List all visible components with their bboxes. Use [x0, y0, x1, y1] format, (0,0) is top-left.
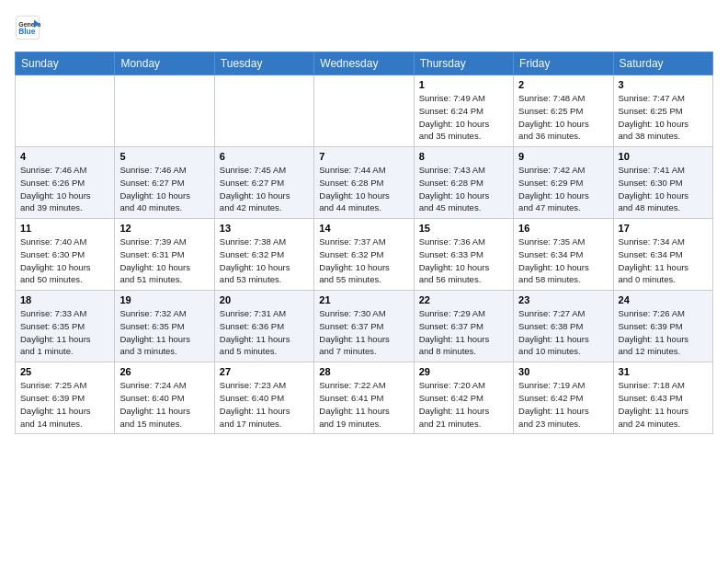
- day-info: Sunrise: 7:46 AM Sunset: 6:27 PM Dayligh…: [119, 164, 209, 214]
- day-info: Sunrise: 7:43 AM Sunset: 6:28 PM Dayligh…: [419, 164, 508, 214]
- day-number: 22: [419, 294, 508, 305]
- day-info: Sunrise: 7:27 AM Sunset: 6:38 PM Dayligh…: [518, 307, 608, 358]
- day-number: 25: [20, 366, 109, 377]
- day-number: 24: [619, 294, 708, 305]
- day-number: 10: [619, 151, 708, 162]
- calendar-cell: 1Sunrise: 7:49 AM Sunset: 6:24 PM Daylig…: [414, 75, 513, 147]
- calendar-cell: 26Sunrise: 7:24 AM Sunset: 6:40 PM Dayli…: [115, 362, 214, 434]
- day-info: Sunrise: 7:25 AM Sunset: 6:39 PM Dayligh…: [20, 379, 109, 430]
- calendar-cell: 7Sunrise: 7:44 AM Sunset: 6:28 PM Daylig…: [314, 147, 414, 219]
- day-info: Sunrise: 7:35 AM Sunset: 6:34 PM Dayligh…: [518, 236, 608, 286]
- calendar-cell: 3Sunrise: 7:47 AM Sunset: 6:25 PM Daylig…: [613, 75, 712, 147]
- calendar-cell: 22Sunrise: 7:29 AM Sunset: 6:37 PM Dayli…: [414, 291, 513, 362]
- day-number: 19: [119, 294, 209, 305]
- weekday-header-saturday: Saturday: [613, 52, 712, 75]
- day-info: Sunrise: 7:46 AM Sunset: 6:26 PM Dayligh…: [20, 164, 109, 214]
- day-info: Sunrise: 7:33 AM Sunset: 6:35 PM Dayligh…: [20, 307, 109, 358]
- day-number: 26: [119, 366, 209, 377]
- calendar-cell: 10Sunrise: 7:41 AM Sunset: 6:30 PM Dayli…: [613, 147, 712, 219]
- day-number: 11: [20, 223, 109, 234]
- calendar-week-1: 1Sunrise: 7:49 AM Sunset: 6:24 PM Daylig…: [16, 75, 713, 147]
- calendar-cell: [214, 75, 313, 147]
- calendar-cell: [16, 75, 115, 147]
- day-info: Sunrise: 7:38 AM Sunset: 6:32 PM Dayligh…: [220, 236, 309, 286]
- day-info: Sunrise: 7:48 AM Sunset: 6:25 PM Dayligh…: [518, 92, 608, 143]
- day-info: Sunrise: 7:22 AM Sunset: 6:41 PM Dayligh…: [319, 379, 408, 430]
- calendar-cell: 21Sunrise: 7:30 AM Sunset: 6:37 PM Dayli…: [314, 291, 414, 362]
- day-number: 5: [119, 151, 209, 162]
- calendar-cell: [314, 75, 414, 147]
- calendar-cell: 12Sunrise: 7:39 AM Sunset: 6:31 PM Dayli…: [115, 219, 214, 291]
- day-number: 28: [319, 366, 408, 377]
- day-number: 8: [419, 151, 508, 162]
- calendar-cell: 25Sunrise: 7:25 AM Sunset: 6:39 PM Dayli…: [16, 362, 115, 434]
- weekday-header-thursday: Thursday: [414, 52, 513, 75]
- day-info: Sunrise: 7:42 AM Sunset: 6:29 PM Dayligh…: [518, 164, 608, 214]
- day-number: 18: [20, 294, 109, 305]
- calendar-cell: 15Sunrise: 7:36 AM Sunset: 6:33 PM Dayli…: [414, 219, 513, 291]
- day-info: Sunrise: 7:29 AM Sunset: 6:37 PM Dayligh…: [419, 307, 508, 358]
- day-info: Sunrise: 7:30 AM Sunset: 6:37 PM Dayligh…: [319, 307, 408, 358]
- day-info: Sunrise: 7:32 AM Sunset: 6:35 PM Dayligh…: [119, 307, 209, 358]
- day-info: Sunrise: 7:44 AM Sunset: 6:28 PM Dayligh…: [319, 164, 408, 214]
- day-number: 20: [220, 294, 309, 305]
- calendar-cell: 8Sunrise: 7:43 AM Sunset: 6:28 PM Daylig…: [414, 147, 513, 219]
- calendar-cell: 6Sunrise: 7:45 AM Sunset: 6:27 PM Daylig…: [214, 147, 313, 219]
- calendar-cell: 27Sunrise: 7:23 AM Sunset: 6:40 PM Dayli…: [214, 362, 313, 434]
- day-number: 14: [319, 223, 408, 234]
- day-info: Sunrise: 7:45 AM Sunset: 6:27 PM Dayligh…: [220, 164, 309, 214]
- calendar-cell: [115, 75, 214, 147]
- logo: General Blue: [15, 15, 44, 40]
- day-info: Sunrise: 7:34 AM Sunset: 6:34 PM Dayligh…: [619, 236, 708, 286]
- calendar-cell: 11Sunrise: 7:40 AM Sunset: 6:30 PM Dayli…: [16, 219, 115, 291]
- calendar-cell: 18Sunrise: 7:33 AM Sunset: 6:35 PM Dayli…: [16, 291, 115, 362]
- day-number: 30: [518, 366, 608, 377]
- logo-icon: General Blue: [15, 15, 40, 40]
- calendar-week-2: 4Sunrise: 7:46 AM Sunset: 6:26 PM Daylig…: [16, 147, 713, 219]
- day-number: 29: [419, 366, 508, 377]
- day-info: Sunrise: 7:19 AM Sunset: 6:42 PM Dayligh…: [518, 379, 608, 430]
- page-header: General Blue: [15, 15, 713, 40]
- calendar-week-4: 18Sunrise: 7:33 AM Sunset: 6:35 PM Dayli…: [16, 291, 713, 362]
- day-number: 15: [419, 223, 508, 234]
- day-number: 1: [419, 79, 508, 90]
- day-number: 12: [119, 223, 209, 234]
- calendar-cell: 30Sunrise: 7:19 AM Sunset: 6:42 PM Dayli…: [514, 362, 613, 434]
- calendar-cell: 29Sunrise: 7:20 AM Sunset: 6:42 PM Dayli…: [414, 362, 513, 434]
- day-info: Sunrise: 7:39 AM Sunset: 6:31 PM Dayligh…: [119, 236, 209, 286]
- day-info: Sunrise: 7:47 AM Sunset: 6:25 PM Dayligh…: [619, 92, 708, 143]
- calendar-cell: 16Sunrise: 7:35 AM Sunset: 6:34 PM Dayli…: [514, 219, 613, 291]
- calendar-cell: 14Sunrise: 7:37 AM Sunset: 6:32 PM Dayli…: [314, 219, 414, 291]
- day-info: Sunrise: 7:41 AM Sunset: 6:30 PM Dayligh…: [619, 164, 708, 214]
- day-info: Sunrise: 7:36 AM Sunset: 6:33 PM Dayligh…: [419, 236, 508, 286]
- day-number: 31: [619, 366, 708, 377]
- weekday-header-tuesday: Tuesday: [214, 52, 313, 75]
- calendar-cell: 13Sunrise: 7:38 AM Sunset: 6:32 PM Dayli…: [214, 219, 313, 291]
- calendar-cell: 2Sunrise: 7:48 AM Sunset: 6:25 PM Daylig…: [514, 75, 613, 147]
- day-info: Sunrise: 7:23 AM Sunset: 6:40 PM Dayligh…: [220, 379, 309, 430]
- day-number: 17: [619, 223, 708, 234]
- calendar-cell: 23Sunrise: 7:27 AM Sunset: 6:38 PM Dayli…: [514, 291, 613, 362]
- day-number: 9: [518, 151, 608, 162]
- weekday-header-wednesday: Wednesday: [314, 52, 414, 75]
- calendar-cell: 17Sunrise: 7:34 AM Sunset: 6:34 PM Dayli…: [613, 219, 712, 291]
- calendar-header: SundayMondayTuesdayWednesdayThursdayFrid…: [16, 52, 713, 75]
- day-info: Sunrise: 7:31 AM Sunset: 6:36 PM Dayligh…: [220, 307, 309, 358]
- day-info: Sunrise: 7:18 AM Sunset: 6:43 PM Dayligh…: [619, 379, 708, 430]
- day-number: 21: [319, 294, 408, 305]
- calendar-table: SundayMondayTuesdayWednesdayThursdayFrid…: [15, 52, 713, 434]
- calendar-cell: 5Sunrise: 7:46 AM Sunset: 6:27 PM Daylig…: [115, 147, 214, 219]
- day-info: Sunrise: 7:24 AM Sunset: 6:40 PM Dayligh…: [119, 379, 209, 430]
- day-number: 3: [619, 79, 708, 90]
- day-number: 7: [319, 151, 408, 162]
- day-number: 27: [220, 366, 309, 377]
- weekday-header-monday: Monday: [115, 52, 214, 75]
- calendar-cell: 31Sunrise: 7:18 AM Sunset: 6:43 PM Dayli…: [613, 362, 712, 434]
- day-number: 4: [20, 151, 109, 162]
- day-info: Sunrise: 7:37 AM Sunset: 6:32 PM Dayligh…: [319, 236, 408, 286]
- calendar-cell: 4Sunrise: 7:46 AM Sunset: 6:26 PM Daylig…: [16, 147, 115, 219]
- svg-text:Blue: Blue: [18, 27, 35, 36]
- calendar-week-5: 25Sunrise: 7:25 AM Sunset: 6:39 PM Dayli…: [16, 362, 713, 434]
- day-number: 2: [518, 79, 608, 90]
- day-number: 16: [518, 223, 608, 234]
